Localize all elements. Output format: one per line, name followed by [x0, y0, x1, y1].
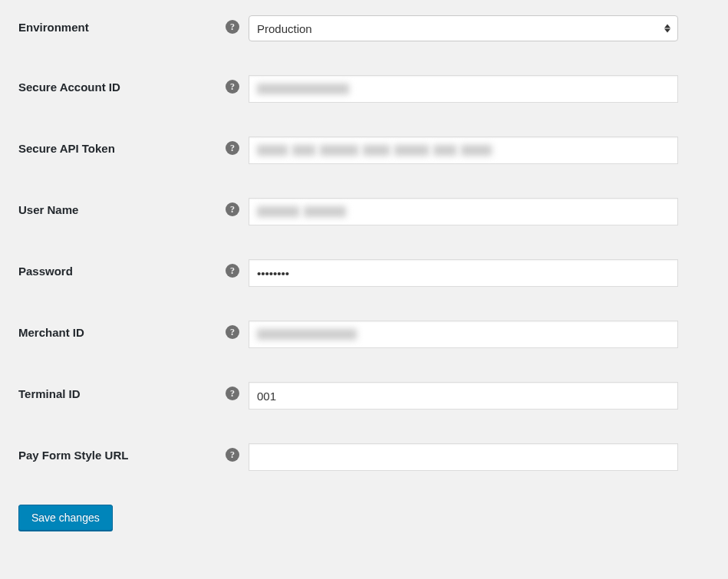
select-wrapper: Production: [249, 15, 678, 41]
input-cell: [249, 259, 678, 287]
submit-row: Save changes: [18, 505, 710, 531]
user-name-label: User Name: [18, 203, 78, 216]
field-row-password: Password ?: [18, 259, 710, 287]
label-cell: Secure API Token ?: [18, 137, 249, 155]
field-row-pay-form-style-url: Pay Form Style URL ?: [18, 443, 710, 471]
settings-form: Environment ? Production Secure Account …: [18, 15, 710, 531]
field-row-user-name: User Name ?: [18, 198, 710, 225]
input-cell: [249, 137, 678, 164]
help-icon[interactable]: ?: [226, 80, 239, 94]
input-cell: Production: [249, 15, 678, 41]
save-button[interactable]: Save changes: [18, 505, 113, 531]
redacted-value: [257, 329, 357, 340]
field-row-secure-api-token: Secure API Token ?: [18, 137, 710, 164]
pay-form-style-url-input[interactable]: [249, 443, 678, 471]
field-row-environment: Environment ? Production: [18, 15, 710, 41]
label-cell: Merchant ID ?: [18, 321, 249, 339]
label-cell: Pay Form Style URL ?: [18, 443, 249, 462]
label-cell: Password ?: [18, 259, 249, 278]
field-row-merchant-id: Merchant ID ?: [18, 321, 710, 348]
secure-account-id-label: Secure Account ID: [18, 81, 120, 94]
help-icon[interactable]: ?: [226, 264, 239, 278]
help-icon[interactable]: ?: [226, 202, 239, 216]
terminal-id-label: Terminal ID: [18, 387, 81, 400]
redacted-value: [257, 206, 346, 217]
secure-account-id-input[interactable]: [249, 75, 678, 103]
user-name-input[interactable]: [249, 198, 678, 225]
secure-api-token-input[interactable]: [249, 137, 678, 164]
help-icon[interactable]: ?: [226, 325, 239, 339]
input-cell: [249, 443, 678, 471]
input-cell: [249, 198, 678, 225]
redacted-value: [257, 145, 492, 156]
terminal-id-input[interactable]: [249, 382, 678, 410]
input-cell: [249, 321, 678, 348]
field-row-terminal-id: Terminal ID ?: [18, 382, 710, 410]
merchant-id-label: Merchant ID: [18, 326, 84, 339]
environment-select[interactable]: Production: [249, 15, 678, 41]
label-cell: Terminal ID ?: [18, 382, 249, 400]
input-cell: [249, 382, 678, 410]
label-cell: Environment ?: [18, 15, 249, 34]
password-input[interactable]: [249, 259, 678, 287]
redacted-value: [257, 84, 349, 94]
label-cell: Secure Account ID ?: [18, 75, 249, 94]
secure-api-token-label: Secure API Token: [18, 142, 115, 155]
input-cell: [249, 75, 678, 103]
label-cell: User Name ?: [18, 198, 249, 216]
field-row-secure-account-id: Secure Account ID ?: [18, 75, 710, 103]
help-icon[interactable]: ?: [226, 20, 239, 34]
environment-label: Environment: [18, 21, 89, 34]
pay-form-style-url-label: Pay Form Style URL: [18, 449, 128, 462]
merchant-id-input[interactable]: [249, 321, 678, 348]
password-label: Password: [18, 265, 73, 278]
help-icon[interactable]: ?: [226, 141, 239, 155]
help-icon[interactable]: ?: [226, 387, 239, 400]
help-icon[interactable]: ?: [226, 448, 239, 462]
